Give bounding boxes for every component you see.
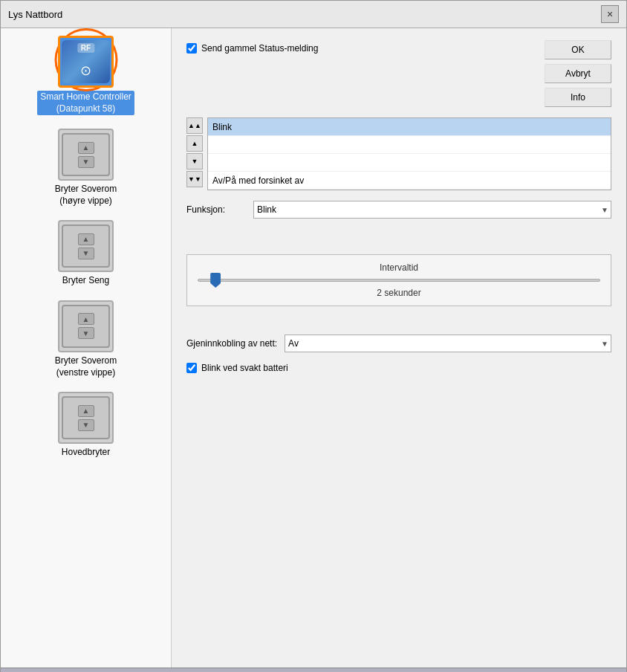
scroll-bottom-button[interactable]: ▼▼ [186,171,203,187]
close-button[interactable]: × [601,5,619,23]
gjeninnkobling-row: Gjeninnkobling av nett: Av På ▼ [186,335,611,352]
slider-thumb[interactable] [210,273,221,288]
device-label-bryter-venstre: Bryter Soverom(venstre vippe) [55,355,117,378]
device-label-bryter-hoyre: Bryter Soverom(høyre vippe) [55,184,117,207]
info-button[interactable]: Info [545,88,611,107]
switch-graphic-seng: ▲ ▼ [62,224,110,268]
avbryt-button[interactable]: Avbryt [545,64,611,83]
switch-graphic-hoyre: ▲ ▼ [62,133,110,176]
switch-graphic-hoved: ▲ ▼ [62,396,110,439]
funksjon-label: Funksjon: [186,204,246,215]
bottom-bar [1,668,626,672]
device-icon-bryter-hoyre: ▲ ▼ [58,129,114,181]
device-item-bryter-seng[interactable]: ▲ ▼ Bryter Seng [19,220,153,287]
shc-graphic: ⊙ [62,40,110,83]
device-label-shc: Smart Home Controller(Datapunkt 58) [37,91,134,115]
arrow-up-icon: ▲ [78,233,94,245]
send-status-area: Send gammel Status-melding [186,43,537,54]
slider-container [198,279,600,282]
arrow-down-icon: ▼ [78,156,94,168]
arrow-up-icon: ▲ [78,313,94,325]
wifi-icon: ⊙ [80,62,91,79]
arrow-up-icon: ▲ [78,142,94,154]
main-window: Lys Nattbord × ⊙ Smart Home Controller(D… [0,0,627,672]
blink-batteri-row: Blink ved svakt batteri [186,363,611,373]
device-item-bryter-venstre[interactable]: ▲ ▼ Bryter Soverom(venstre vippe) [19,300,153,378]
send-gammel-status-label: Send gammel Status-melding [201,43,318,54]
interval-box: Intervaltid 2 sekunder [186,254,611,306]
list-scroll-buttons: ▲▲ ▲ ▼ ▼▼ [186,117,203,190]
device-item-shc[interactable]: ⊙ Smart Home Controller(Datapunkt 58) [19,36,153,115]
funksjon-select-wrapper: Blink Av/På med forsinket av Av/På ▼ [253,201,611,219]
gjeninnkobling-select[interactable]: Av På [285,335,611,352]
arrow-up-icon: ▲ [78,405,94,417]
function-list: Blink Av/På med forsinket av [207,117,611,190]
arrow-down-icon: ▼ [78,327,94,339]
device-icon-bryter-seng: ▲ ▼ [58,220,114,272]
gjeninnkobling-select-wrapper: Av På ▼ [285,335,611,352]
slider-track [198,279,600,282]
blink-batteri-checkbox[interactable] [186,363,197,373]
list-item-3[interactable] [208,154,611,172]
scroll-up-button[interactable]: ▲ [186,135,203,152]
interval-title: Intervaltid [198,262,600,273]
list-container: ▲▲ ▲ ▼ ▼▼ Blink Av/På med forsinket av [186,117,611,190]
scroll-top-button[interactable]: ▲▲ [186,117,203,134]
device-icon-bryter-venstre: ▲ ▼ [58,300,114,352]
list-item-blink[interactable]: Blink [208,118,611,136]
funksjon-select[interactable]: Blink Av/På med forsinket av Av/På [253,201,611,219]
top-row: Send gammel Status-melding OK Avbryt Inf… [186,40,611,107]
main-content: ⊙ Smart Home Controller(Datapunkt 58) ▲ … [1,28,626,668]
list-item-avpa[interactable]: Av/På med forsinket av [208,172,611,190]
interval-value: 2 sekunder [198,288,600,298]
right-panel: Send gammel Status-melding OK Avbryt Inf… [172,28,626,668]
device-item-hovedbryter[interactable]: ▲ ▼ Hovedbryter [19,392,153,459]
list-item-2[interactable] [208,136,611,154]
funksjon-row: Funksjon: Blink Av/På med forsinket av A… [186,201,611,219]
title-bar: Lys Nattbord × [1,1,626,28]
device-icon-shc: ⊙ [58,36,114,88]
device-label-hovedbryter: Hovedbryter [62,447,110,459]
window-title: Lys Nattbord [8,9,62,20]
device-icon-hovedbryter: ▲ ▼ [58,392,114,444]
switch-graphic-venstre: ▲ ▼ [62,305,110,348]
scroll-down-button[interactable]: ▼ [186,153,203,169]
arrow-down-icon: ▼ [78,248,94,259]
blink-batteri-label: Blink ved svakt batteri [201,363,288,373]
spacer [186,229,611,244]
device-label-bryter-seng: Bryter Seng [62,275,109,287]
side-buttons: OK Avbryt Info [545,40,611,107]
device-item-bryter-hoyre[interactable]: ▲ ▼ Bryter Soverom(høyre vippe) [19,129,153,207]
arrow-down-icon: ▼ [78,419,94,431]
left-panel: ⊙ Smart Home Controller(Datapunkt 58) ▲ … [1,28,172,668]
send-gammel-status-checkbox[interactable] [186,43,197,54]
gjeninnkobling-label: Gjeninnkobling av nett: [186,338,277,349]
ok-button[interactable]: OK [545,40,611,59]
spacer2 [186,317,611,324]
